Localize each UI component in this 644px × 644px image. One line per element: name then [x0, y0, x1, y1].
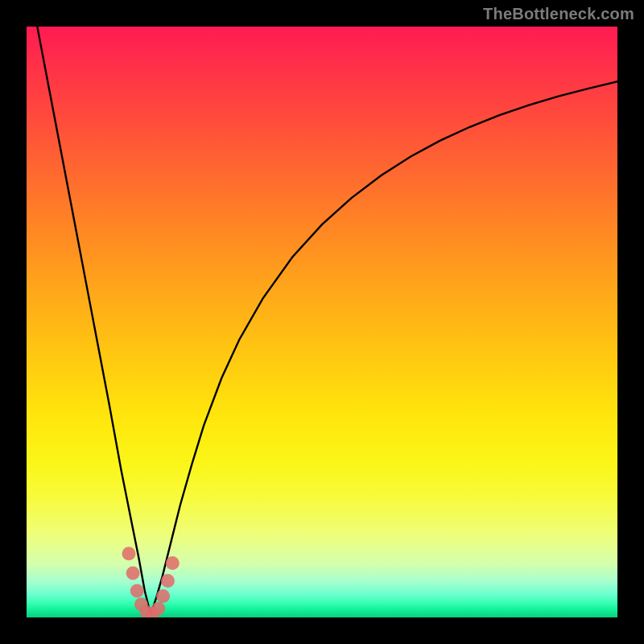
curve-marker — [166, 556, 180, 570]
curve-markers — [122, 547, 179, 617]
curve-marker — [126, 566, 140, 580]
curve-marker — [130, 584, 144, 597]
curve-marker — [151, 601, 165, 615]
chart-frame: TheBottleneck.com — [0, 0, 644, 644]
curve-marker — [156, 589, 170, 603]
plot-area — [27, 27, 617, 617]
watermark-text: TheBottleneck.com — [483, 5, 634, 23]
bottleneck-curve — [27, 27, 617, 614]
curve-svg — [27, 27, 617, 617]
curve-marker — [122, 547, 135, 560]
curve-marker — [161, 574, 175, 588]
